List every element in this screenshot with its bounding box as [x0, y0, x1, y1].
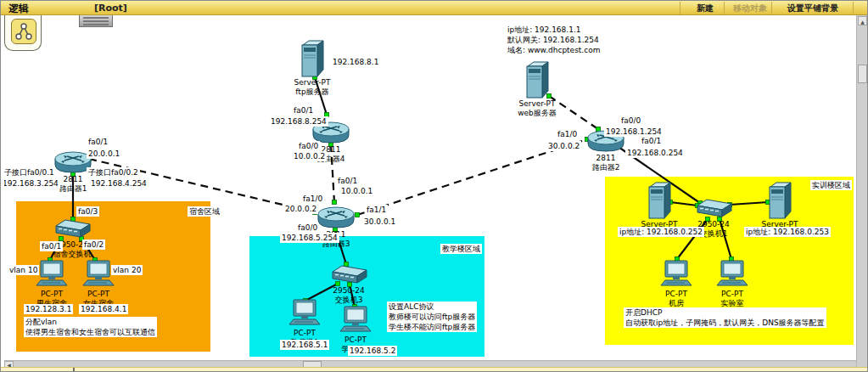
ftp-ip-label[interactable]: 192.168.8.1: [331, 57, 380, 67]
if-r1-fa01-ip: 20.0.0.1: [87, 149, 121, 159]
pc-teacher-ip[interactable]: 192.168.5.1: [280, 340, 329, 350]
dhcp-ip-label[interactable]: ip地址: 192.168.0.252: [618, 227, 704, 237]
device-label: Server-PTweb服务器: [501, 99, 573, 118]
link-status-icon: [333, 200, 337, 205]
device-web-server[interactable]: Server-PTweb服务器: [501, 60, 573, 118]
if-r3-fa01-ip: 10.0.0.1: [339, 186, 374, 196]
region-training-title[interactable]: 实训楼区域: [810, 180, 852, 190]
root-breadcrumb[interactable]: [Root]: [94, 3, 127, 14]
if-dormsw-fa02: fa0/2: [82, 240, 105, 250]
pc-boys-ip[interactable]: 192.128.3.1: [24, 304, 73, 314]
move-object-button[interactable]: 移动对象: [726, 3, 774, 14]
web-config-note[interactable]: ip地址: 192.168.1.1默认网关: 192.168.1.254域名: …: [506, 25, 602, 55]
if-r3-fa01: fa0/1: [336, 176, 359, 186]
toolbar-separator: [853, 2, 854, 14]
bottom-bar: [1, 367, 868, 372]
if-r4-fa00-ip: 10.0.0.2: [292, 151, 327, 161]
pc-girls-ip[interactable]: 192.168.4.1: [79, 304, 128, 314]
if-dormsw-fa01: fa0/1: [40, 241, 63, 251]
switch-icon: [36, 217, 108, 240]
pc-student-ip[interactable]: 192.168.5.2: [348, 346, 397, 356]
region-teaching-title[interactable]: 教学楼区域: [440, 244, 482, 254]
dns-ip-label[interactable]: ip地址: 192.168.0.253: [744, 227, 831, 237]
scroll-up-icon[interactable]: ▲: [858, 16, 867, 25]
if-r3-fa10: fa1/0: [301, 194, 324, 204]
region-dorm-title[interactable]: 宿舍区域: [188, 206, 221, 217]
if-r1-sub2-ip: 192.168.4.254: [89, 178, 148, 189]
device-dorm-switch[interactable]: 2950-24宿舍交换机: [36, 217, 108, 259]
server-icon: [744, 181, 815, 220]
pc-icon: [320, 305, 391, 335]
vertical-scrollbar[interactable]: ▲: [856, 15, 867, 367]
set-tiled-background-button[interactable]: 设置平铺背景: [774, 3, 852, 14]
logical-view-tab[interactable]: [4, 15, 42, 51]
if-r3-fa11-ip: 30.0.0.1: [362, 217, 397, 227]
if-dormsw-fa03: fa0/3: [76, 206, 99, 217]
topology-canvas: Server-PTftp服务器 Server-PTweb服务器 2811路由器4…: [4, 15, 856, 360]
if-r3-fa11: fa1/1: [365, 205, 388, 215]
packet-tracer-window: 逻辑 [Root] 新建 移动对象 设置平铺背景 Server-PTftp服务器: [0, 0, 868, 372]
toolbar-separator: [680, 2, 680, 14]
if-r2-fa00: fa0/0: [619, 116, 642, 126]
bottom-bar-divider: [73, 368, 75, 372]
if-r1-sub1-ip: 192.168.3.254: [4, 178, 60, 189]
if-r2-fa10-ip: 30.0.0.2: [546, 141, 581, 151]
device-pc-lab[interactable]: PC-PT实验室: [697, 259, 768, 308]
if-r1-sub1: 子接口fa0/0.1: [4, 167, 56, 178]
dhcp-note[interactable]: 开启DHCP自动获取ip地址，子网掩码，默认网关，DNS服务器等配置: [624, 307, 826, 328]
if-r1-fa01: fa0/1: [87, 137, 109, 147]
if-r4-fa01: fa0/1: [292, 105, 315, 116]
topology-icon: [11, 19, 36, 44]
dorm-vlan-note[interactable]: 分配vlan使得男生宿舍和女生宿舍可以互联通信: [24, 317, 157, 337]
device-ftp-server[interactable]: Server-PTftp服务器: [277, 39, 348, 97]
if-r2-fa01: fa0/1: [640, 136, 663, 146]
vlan10-label[interactable]: vlan 10: [8, 265, 39, 275]
if-r2-fa01-ip: 192.168.0.254: [625, 148, 685, 158]
pc-icon: [697, 259, 768, 290]
rack-icon: [79, 14, 113, 27]
if-r3-fa00: fa0/0: [296, 223, 319, 233]
new-cluster-button[interactable]: 新建: [684, 3, 726, 14]
top-toolbar: 逻辑 [Root] 新建 移动对象 设置平铺背景: [1, 1, 868, 15]
server-icon: [501, 60, 573, 99]
logical-tab[interactable]: 逻辑: [8, 2, 29, 16]
server-icon: [624, 181, 695, 220]
if-r2-fa10: fa1/0: [556, 129, 579, 139]
acl-note[interactable]: 设置ALC协议教师楼可以访问ftp服务器学生楼不能访问ftp服务器: [387, 302, 477, 332]
if-r4-fa00: fa0/0: [297, 141, 320, 151]
switch-icon: [313, 262, 384, 286]
if-r1-sub2: 子接口fa0/0.2: [87, 167, 140, 178]
vertical-scroll-thumb[interactable]: [858, 65, 867, 83]
toolbar-separator: [724, 2, 725, 14]
vlan20-label[interactable]: vlan 20: [111, 265, 143, 275]
device-label: PC-PT实验室: [697, 290, 768, 308]
toolbar-separator: [771, 2, 772, 14]
if-r3-fa10-ip: 20.0.0.2: [283, 204, 318, 214]
if-r4-fa01-ip: 192.168.8.254: [269, 116, 328, 127]
if-r3-fa00-ip: 192.168.5.254: [280, 233, 339, 243]
device-label: Server-PTftp服务器: [277, 78, 348, 97]
